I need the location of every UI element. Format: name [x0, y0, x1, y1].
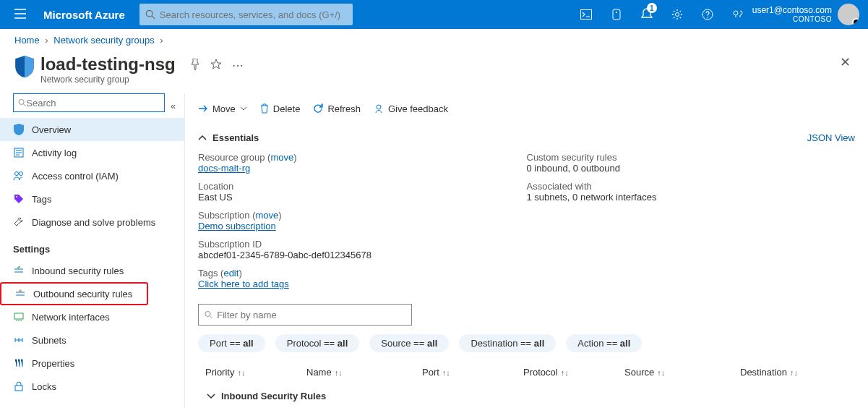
resource-group-link[interactable]: docs-malt-rg	[198, 163, 250, 174]
nav-diagnose[interactable]: Diagnose and solve problems	[0, 211, 184, 234]
search-icon	[205, 310, 212, 319]
pill-source[interactable]: Source == all	[369, 334, 449, 352]
json-view-link[interactable]: JSON View	[807, 132, 855, 143]
nic-icon	[13, 311, 25, 323]
sidebar-search[interactable]	[13, 93, 165, 112]
col-source[interactable]: Source ↑↓	[624, 367, 740, 378]
col-protocol[interactable]: Protocol ↑↓	[523, 367, 624, 378]
more-icon[interactable]: ⋯	[232, 59, 244, 72]
nav-network-interfaces[interactable]: Network interfaces	[0, 305, 184, 328]
search-icon	[145, 9, 155, 20]
nav-activity-log[interactable]: Activity log	[0, 141, 184, 164]
outbound-icon	[14, 288, 26, 299]
nav-tags[interactable]: Tags	[0, 187, 184, 211]
svg-point-18	[205, 311, 210, 316]
svg-point-4	[616, 12, 617, 13]
avatar	[838, 4, 859, 25]
page-subtitle: Network security group	[40, 75, 176, 85]
cloud-shell-icon[interactable]	[572, 0, 601, 29]
settings-icon[interactable]	[663, 0, 692, 29]
brand-label[interactable]: Microsoft Azure	[35, 9, 134, 21]
svg-line-1	[152, 16, 155, 19]
pill-destination[interactable]: Destination == all	[459, 334, 556, 352]
collapse-sidebar-icon[interactable]: «	[171, 101, 176, 111]
svg-rect-2	[580, 10, 591, 20]
move-button[interactable]: Move	[198, 103, 247, 114]
favorite-icon[interactable]	[210, 59, 222, 72]
page-title: load-testing-nsg	[40, 54, 176, 75]
pin-icon[interactable]	[190, 59, 200, 72]
nav-properties[interactable]: Properties	[0, 352, 184, 375]
svg-line-19	[210, 316, 212, 318]
pill-protocol[interactable]: Protocol == all	[275, 334, 360, 352]
svg-point-12	[15, 172, 19, 176]
feedback-icon[interactable]	[723, 0, 752, 29]
nav-overview[interactable]: Overview	[0, 118, 184, 141]
wrench-icon	[13, 216, 25, 228]
account-org: CONTOSO	[752, 15, 832, 24]
properties-icon	[13, 357, 25, 369]
account-menu[interactable]: user1@contoso.com CONTOSO	[752, 4, 862, 25]
nav-label: Activity log	[32, 148, 77, 158]
nav-outbound-rules[interactable]: Outbound security rules	[0, 282, 148, 305]
nav-access-control[interactable]: Access control (IAM)	[0, 164, 184, 187]
subscription-link[interactable]: Demo subscription	[198, 221, 276, 231]
chevron-down-icon	[207, 394, 215, 399]
nav-label: Network interfaces	[32, 312, 110, 323]
global-search-input[interactable]	[160, 9, 347, 20]
notification-badge: 1	[647, 3, 657, 13]
col-priority[interactable]: Priority ↑↓	[205, 367, 306, 378]
svg-point-7	[707, 17, 708, 17]
close-icon[interactable]: ✕	[840, 54, 851, 70]
sidebar-search-input[interactable]	[26, 98, 160, 109]
help-icon[interactable]	[693, 0, 722, 29]
group-inbound-rules[interactable]: Inbound Security Rules	[198, 383, 855, 408]
nav-label: Locks	[32, 381, 56, 392]
nav-label: Inbound security rules	[32, 265, 124, 276]
top-bar: Microsoft Azure 1 user1@contoso.com CONT…	[0, 0, 868, 29]
sort-icon: ↑↓	[657, 368, 665, 377]
refresh-button[interactable]: Refresh	[313, 103, 361, 114]
pill-action[interactable]: Action == all	[566, 334, 642, 352]
notifications-icon[interactable]: 1	[632, 0, 661, 29]
nav-inbound-rules[interactable]: Inbound security rules	[0, 259, 184, 282]
account-email: user1@contoso.com	[752, 5, 832, 15]
move-subscription-link[interactable]: move	[255, 210, 278, 221]
svg-point-17	[377, 105, 381, 109]
subscription-id-label: Subscription ID	[198, 239, 527, 250]
nav-subnets[interactable]: Subnets	[0, 328, 184, 352]
svg-point-13	[20, 172, 23, 176]
filter-by-name[interactable]	[198, 304, 412, 326]
breadcrumb-nsg[interactable]: Network security groups	[53, 35, 154, 46]
nav-label: Properties	[32, 358, 74, 369]
pill-port[interactable]: Port == all	[198, 334, 265, 352]
sort-icon: ↑↓	[442, 368, 450, 377]
associated-value: 1 subnets, 0 network interfaces	[527, 192, 856, 203]
directories-icon[interactable]	[602, 0, 631, 29]
content-area: Move Delete Refresh Give feedback Essent…	[185, 93, 868, 408]
move-resource-group-link[interactable]: move	[270, 152, 293, 163]
nav-locks[interactable]: Locks	[0, 375, 184, 398]
sort-icon: ↑↓	[237, 368, 245, 377]
global-search[interactable]	[139, 4, 353, 25]
subscription-id-value: abcdef01-2345-6789-0abc-def012345678	[198, 250, 527, 260]
essentials-toggle[interactable]: Essentials JSON View	[198, 128, 855, 148]
nav-label: Subnets	[32, 335, 66, 346]
shield-icon	[14, 56, 35, 77]
add-tags-link[interactable]: Click here to add tags	[198, 279, 289, 289]
breadcrumb-home[interactable]: Home	[14, 35, 40, 46]
col-name[interactable]: Name ↑↓	[306, 367, 422, 378]
col-port[interactable]: Port ↑↓	[422, 367, 523, 378]
filter-input[interactable]	[217, 310, 405, 320]
nav-label: Access control (IAM)	[32, 171, 119, 182]
location-value: East US	[198, 192, 527, 203]
col-destination[interactable]: Destination ↑↓	[740, 367, 848, 378]
edit-tags-link[interactable]: edit	[223, 268, 239, 279]
custom-rules-label: Custom security rules	[527, 152, 856, 163]
hamburger-menu-icon[interactable]	[6, 9, 35, 21]
sort-icon: ↑↓	[335, 368, 343, 377]
nav-label: Tags	[32, 194, 51, 205]
delete-button[interactable]: Delete	[260, 103, 301, 114]
feedback-button[interactable]: Give feedback	[374, 103, 448, 114]
sidebar: « Overview Activity log Access control (…	[0, 93, 185, 408]
